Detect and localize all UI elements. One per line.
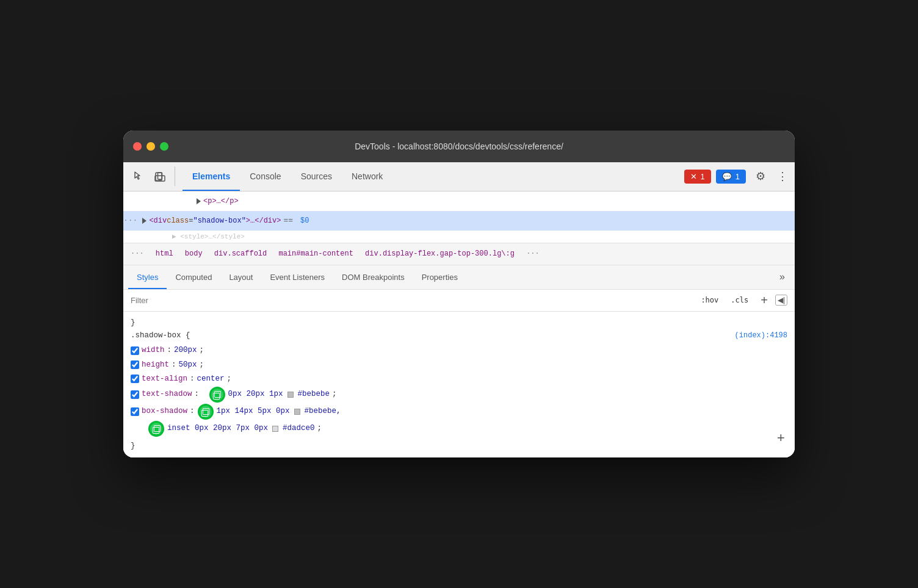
error-icon: ✕ — [690, 172, 697, 181]
tab-dom-breakpoints[interactable]: DOM Breakpoints — [333, 265, 413, 289]
dom-row-div[interactable]: ··· <div class = "shadow-box" >…</div> =… — [123, 211, 795, 231]
chat-icon: 💬 — [722, 172, 732, 181]
close-brace-text: } — [131, 442, 136, 450]
css-panel: } .shadow-box { (index):4198 width : 200… — [123, 312, 795, 458]
tab-network[interactable]: Network — [342, 162, 392, 191]
css-prop-value-text-shadow-1[interactable] — [201, 388, 206, 401]
info-count-button[interactable]: 💬 1 — [716, 170, 746, 184]
filter-bar: :hov .cls + ◀| — [123, 290, 795, 312]
dom-equals: == — [283, 216, 293, 225]
css-prop-value-box-shadow-2[interactable]: #bebebe, — [305, 405, 341, 418]
css-prop-height: height : 50px ; — [131, 358, 787, 372]
dom-panel: <p>…</p> ··· <div class = "shadow-box" >… — [123, 192, 795, 243]
titlebar: DevTools - localhost:8080/docs/devtools/… — [123, 131, 795, 162]
css-close-brace: } — [131, 440, 787, 453]
tab-event-listeners[interactable]: Event Listeners — [261, 265, 333, 289]
css-selector: .shadow-box { — [131, 329, 190, 342]
maximize-button[interactable] — [160, 142, 168, 151]
css-prop-name-box-shadow[interactable]: box-shadow — [142, 405, 187, 418]
dom-attr-value: "shadow-box" — [193, 217, 245, 225]
css-close-brace-prev: } — [131, 317, 787, 329]
tab-styles[interactable]: Styles — [128, 265, 167, 289]
css-prop-text-align: text-align : center ; — [131, 372, 787, 386]
color-swatch-inset[interactable] — [272, 426, 278, 432]
expand-triangle — [197, 198, 201, 204]
error-count-button[interactable]: ✕ 1 — [684, 170, 711, 184]
css-prop-name-text-shadow[interactable]: text-shadow — [142, 388, 192, 401]
minimize-button[interactable] — [146, 142, 155, 151]
devtools-panel: Elements Console Sources Network ✕ 1 💬 1… — [123, 162, 795, 458]
tab-properties[interactable]: Properties — [413, 265, 466, 289]
tab-layout[interactable]: Layout — [220, 265, 261, 289]
main-tabs: Elements Console Sources Network — [183, 162, 392, 191]
hov-button[interactable]: :hov — [698, 295, 721, 306]
css-prop-value-width[interactable]: 200px — [174, 344, 197, 357]
css-checkbox-height[interactable] — [131, 360, 139, 369]
toolbar-icons — [128, 167, 175, 186]
dom-tag-open: <div — [149, 217, 167, 225]
close-button[interactable] — [133, 142, 142, 151]
main-toolbar: Elements Console Sources Network ✕ 1 💬 1… — [123, 162, 795, 192]
color-swatch-box-shadow[interactable] — [294, 409, 300, 415]
device-toolbar-icon[interactable] — [150, 167, 170, 186]
css-prop-name-text-align[interactable]: text-align — [142, 373, 187, 385]
add-style-rule-button[interactable]: + — [761, 293, 768, 307]
dom-dollar: $0 — [300, 217, 309, 225]
css-checkbox-text-align[interactable] — [131, 375, 139, 383]
copy-icon-box-shadow[interactable] — [198, 404, 214, 420]
sidebar-toggle-button[interactable]: ◀| — [775, 295, 787, 306]
filter-input[interactable] — [131, 296, 698, 305]
css-prop-value-text-shadow-2[interactable]: 0px 20px 1px — [228, 388, 283, 401]
breadcrumb-div-scaffold[interactable]: div.scaffold — [214, 249, 267, 258]
css-checkbox-box-shadow[interactable] — [131, 407, 139, 416]
error-count: 1 — [701, 172, 705, 181]
breadcrumb-body[interactable]: body — [185, 249, 203, 258]
css-checkbox-width[interactable] — [131, 346, 139, 355]
dom-attr-class: class — [167, 217, 189, 225]
brace-text: } — [131, 318, 136, 327]
dom-tag-close: >…</div> — [246, 217, 281, 225]
more-tabs-icon[interactable]: » — [775, 271, 790, 282]
traffic-lights — [133, 142, 168, 151]
add-rule-button[interactable]: + — [777, 428, 785, 450]
css-prop-value-inset-2[interactable]: #dadce0 — [283, 422, 315, 435]
dom-row-p[interactable]: <p>…</p> — [123, 192, 795, 211]
dom-row-partial: ▶ <style>…</style> — [123, 231, 795, 243]
breadcrumb-main[interactable]: main#main-content — [278, 249, 353, 258]
tab-console[interactable]: Console — [240, 162, 291, 191]
copy-mini-icon-2 — [201, 408, 209, 416]
css-prop-name-width[interactable]: width — [142, 344, 165, 357]
css-prop-name-height[interactable]: height — [142, 359, 169, 371]
inspect-icon[interactable] — [128, 167, 148, 186]
css-prop-value-height[interactable]: 50px — [179, 359, 197, 371]
css-prop-value-inset-1[interactable]: inset 0px 20px 7px 0px — [167, 422, 268, 435]
settings-icon[interactable]: ⚙ — [751, 167, 770, 186]
css-prop-value-text-shadow-3[interactable]: #bebebe — [298, 388, 330, 401]
css-prop-width: width : 200px ; — [131, 343, 787, 357]
tab-elements[interactable]: Elements — [183, 162, 240, 191]
breadcrumb-ellipsis[interactable]: ··· — [131, 249, 144, 258]
toolbar-right: ✕ 1 💬 1 ⚙ ⋮ — [684, 167, 790, 186]
css-prop-text-shadow: text-shadow : 0px 20px 1px #bebebe ; — [131, 386, 787, 403]
styles-tabs: Styles Computed Layout Event Listeners D… — [123, 265, 795, 290]
tab-computed[interactable]: Computed — [167, 265, 220, 289]
color-swatch-text-shadow[interactable] — [287, 392, 294, 398]
window-title: DevTools - localhost:8080/docs/devtools/… — [355, 142, 563, 151]
css-rule-header: .shadow-box { (index):4198 — [131, 329, 787, 342]
dom-tag-p: <p>…</p> — [203, 197, 239, 206]
copy-icon-inset[interactable] — [148, 421, 164, 437]
dom-ellipsis: ··· — [123, 216, 137, 225]
more-options-icon[interactable]: ⋮ — [775, 167, 790, 186]
css-source[interactable]: (index):4198 — [735, 329, 787, 342]
css-prop-value-text-align[interactable]: center — [197, 373, 225, 385]
tab-sources[interactable]: Sources — [291, 162, 342, 191]
info-count: 1 — [735, 172, 740, 181]
copy-icon-text-shadow[interactable] — [209, 387, 225, 403]
css-checkbox-text-shadow[interactable] — [131, 390, 139, 399]
css-prop-value-box-shadow-1[interactable]: 1px 14px 5px 0px — [217, 405, 290, 418]
breadcrumb-div-flex[interactable]: div.display-flex.gap-top-300.lg\:g — [365, 249, 515, 258]
breadcrumb-html[interactable]: html — [156, 249, 173, 258]
breadcrumb-more[interactable]: ··· — [526, 249, 540, 258]
css-prop-box-shadow: box-shadow : 1px 14px 5px 0px #bebebe, — [131, 403, 787, 420]
cls-button[interactable]: .cls — [728, 295, 751, 306]
